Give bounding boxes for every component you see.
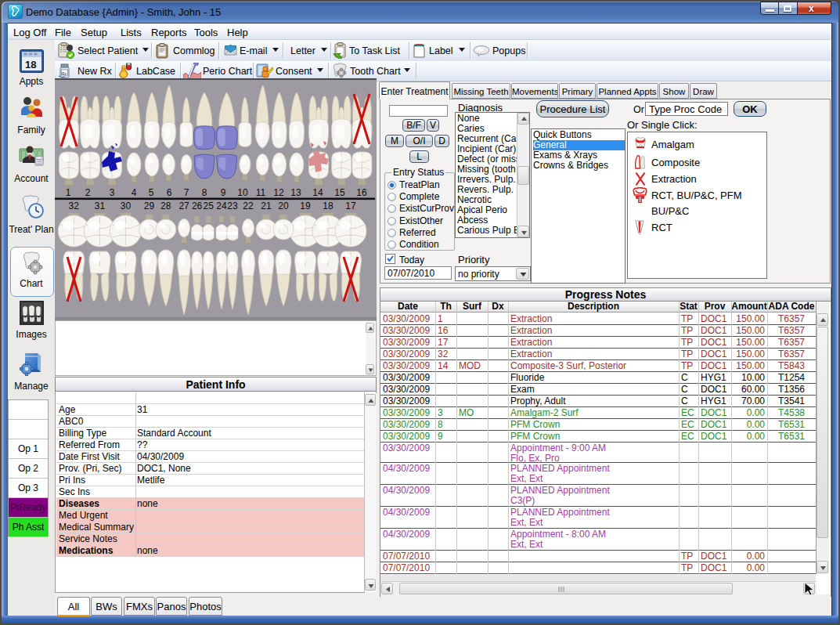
- svg-text:15: 15: [334, 187, 345, 198]
- svg-text:7: 7: [184, 187, 189, 198]
- svg-text:32: 32: [69, 201, 80, 211]
- svg-text:6: 6: [167, 187, 172, 198]
- svg-text:26: 26: [192, 201, 203, 211]
- svg-text:17: 17: [345, 201, 356, 211]
- svg-text:18: 18: [25, 59, 36, 70]
- svg-text:28: 28: [160, 201, 171, 211]
- svg-text:Rx: Rx: [62, 71, 67, 76]
- svg-text:12: 12: [273, 187, 284, 198]
- svg-text:27: 27: [178, 201, 189, 211]
- svg-text:9: 9: [221, 187, 226, 198]
- svg-text:21: 21: [261, 201, 272, 211]
- svg-text:22: 22: [243, 201, 254, 211]
- svg-text:20: 20: [278, 201, 289, 211]
- svg-text:23: 23: [227, 201, 238, 211]
- svg-text:1: 1: [66, 187, 71, 198]
- svg-text:8: 8: [202, 187, 207, 198]
- svg-text:30: 30: [121, 201, 132, 211]
- svg-text:29: 29: [144, 201, 155, 211]
- svg-text:11: 11: [256, 187, 266, 198]
- svg-text:2: 2: [85, 187, 91, 198]
- svg-text:31: 31: [95, 201, 106, 211]
- svg-text:4: 4: [132, 187, 137, 198]
- svg-text:5: 5: [149, 187, 154, 198]
- svg-text:25: 25: [204, 201, 215, 211]
- svg-text:24: 24: [216, 201, 227, 211]
- svg-text:13: 13: [290, 187, 301, 198]
- svg-text:16: 16: [356, 187, 367, 198]
- svg-text:18: 18: [323, 201, 333, 211]
- svg-text:10: 10: [237, 187, 248, 198]
- svg-text:3: 3: [110, 187, 115, 198]
- svg-text:14: 14: [312, 187, 323, 198]
- svg-text:19: 19: [300, 201, 311, 211]
